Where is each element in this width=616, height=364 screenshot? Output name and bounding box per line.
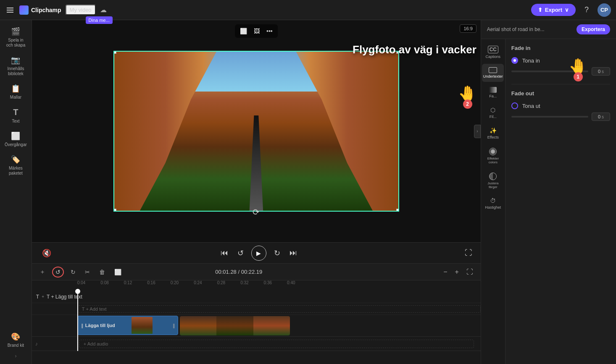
tab-captions[interactable]: CC Captions [482, 42, 504, 62]
fade-in-section: Fade in Tona in 0 s [511, 45, 610, 76]
tab-undertexter-label: Undertexter [483, 74, 503, 79]
tab-speed[interactable]: ⏱ Hastighet [482, 194, 504, 213]
road [245, 115, 268, 211]
more-options-btn[interactable]: ••• [264, 26, 275, 36]
step-forward-btn[interactable]: ↻ [272, 247, 282, 259]
add-text-btn[interactable]: T + Add text [77, 305, 481, 313]
sidebar-item-record[interactable]: 🎬 Spela inoch skapa [0, 24, 31, 51]
sidebar-expand-btn[interactable]: › [0, 351, 31, 361]
add-audio-btn[interactable]: + Add audio [79, 340, 474, 348]
app-logo: Clipchamp [19, 5, 61, 15]
text-track-header: T + T + Lägg till text [32, 291, 481, 303]
sidebar-item-brand[interactable]: 🏷️ Märkespaketet [0, 152, 31, 179]
step-back-btn[interactable]: ↺ [236, 247, 245, 259]
sidebar-item-templates[interactable]: 📋 Mallar [0, 81, 31, 103]
help-button[interactable]: ? [580, 3, 593, 17]
tab-fade[interactable]: Fa... [482, 84, 504, 102]
playback-bar: 🔇 ⏮ ↺ ▶ ↻ ⏭ ⛶ [32, 242, 481, 263]
effects-icon: ✨ [490, 127, 497, 134]
logo-icon [19, 5, 29, 15]
resize-handle-bl[interactable] [113, 209, 116, 212]
mute-btn[interactable]: 🔇 [40, 247, 53, 259]
divider [511, 84, 610, 84]
clip-thumb-strip[interactable] [180, 316, 290, 335]
zoom-out-btn[interactable]: − [441, 267, 450, 278]
resize-handle-tr[interactable] [396, 51, 399, 54]
video-canvas [113, 51, 399, 212]
clip-thumb-frame-3 [253, 316, 290, 335]
timeline-ruler: 0:04 0:08 0:12 0:16 0:20 0:24 0:28 0:32 … [32, 280, 481, 291]
sidebar-item-brand-kit[interactable]: 🎨 Brand kit [0, 329, 31, 351]
playback-right: ⛶ [465, 249, 472, 257]
video-clip[interactable]: ‖ Lägga till ljud ‖ [77, 316, 178, 335]
sidebar-item-content[interactable]: 📷 Innehållsbibliotek [0, 52, 31, 80]
aspect-ratio-badge[interactable]: 16:9 [460, 24, 476, 33]
timeline-tracks: T + T + Lägg till text T + Add text [32, 291, 481, 351]
undo-btn[interactable]: ↺ [52, 267, 64, 278]
text-icon: T [13, 107, 18, 117]
fade-in-sublabel: Tona in [522, 58, 540, 64]
right-tabs: CC Captions Undertexter Fa... ⬡ Fil... ✨ [481, 39, 505, 364]
audio-track-label-col: ♪ [32, 337, 77, 351]
tab-filters[interactable]: ⬡ Fil... [482, 103, 504, 122]
fade-in-slider[interactable] [511, 71, 588, 72]
tab-effects-label: Effects [487, 135, 499, 139]
preview-toolbar: ⬜ 🖼 ••• [235, 24, 278, 38]
clip-title: Aerial shot of road in be... [487, 26, 573, 32]
right-panel-body: CC Captions Undertexter Fa... ⬡ Fil... ✨ [481, 39, 616, 364]
fade-out-label: Fade out [511, 90, 610, 97]
tab-adjust[interactable]: Justerafärger [482, 169, 504, 192]
exportera-button[interactable]: Exportera [577, 24, 610, 34]
pip-btn[interactable]: 🖼 [251, 26, 262, 36]
add-media-btn[interactable]: ＋ [37, 267, 48, 278]
app-name: Clipchamp [31, 7, 61, 13]
fade-out-radio[interactable] [511, 102, 518, 109]
clip-thumb-frame-1 [180, 316, 216, 335]
play-pause-btn[interactable]: ▶ [251, 246, 266, 261]
export-button[interactable]: ⬆ Export ∨ [531, 4, 576, 16]
ruler-mark: 0:28 [217, 280, 240, 285]
fade-in-radio[interactable] [511, 57, 518, 64]
playhead[interactable] [77, 291, 78, 351]
collapse-panel-btn[interactable]: › [474, 125, 481, 138]
right-panel: Aerial shot of road in be... Exportera C… [481, 20, 616, 364]
fade-out-slider[interactable] [511, 116, 588, 118]
redo-btn[interactable]: ↻ [68, 267, 78, 277]
clip-pause-icon: ‖ [81, 323, 84, 328]
text-track-icon: T [82, 306, 86, 312]
fade-in-value: 0 s [592, 67, 610, 76]
clip-thumb-1 [132, 317, 153, 334]
topbar-right: ⬆ Export ∨ ? CP [531, 3, 611, 17]
playback-left: 🔇 [40, 247, 53, 259]
sidebar-item-text[interactable]: T Text [0, 104, 31, 127]
fast-forward-btn[interactable]: ⏭ [288, 247, 299, 259]
scissors-btn[interactable]: ✂ [82, 267, 92, 277]
resize-handle-tl[interactable] [113, 51, 116, 54]
delete-btn[interactable]: 🗑 [97, 267, 108, 277]
sidebar-item-transitions[interactable]: ⬜ Övergångar [0, 128, 31, 151]
video-track-row: ‖ Lägga till ljud ‖ [32, 315, 481, 337]
hamburger-menu[interactable] [5, 6, 15, 14]
resize-handle-br[interactable] [396, 209, 399, 212]
fit-btn[interactable]: ⛶ [464, 267, 476, 278]
content-icon: 📷 [11, 55, 20, 65]
tab-effects[interactable]: ✨ Effects [482, 124, 504, 143]
video-title[interactable]: My video [66, 5, 96, 15]
sidebar-item-label-record: Spela inoch skapa [6, 38, 26, 48]
tab-undertexter[interactable]: Undertexter [482, 64, 504, 82]
right-panel-header: Aerial shot of road in be... Exportera [481, 20, 616, 39]
text-track-title: + [42, 294, 44, 299]
sync-icon: ⟳ [253, 207, 260, 217]
properties-btn[interactable]: ⬜ [112, 267, 124, 277]
fade-icon [489, 87, 497, 93]
zoom-in-btn[interactable]: + [452, 267, 461, 278]
tab-adjust-label: Justerafärger [487, 181, 498, 189]
topbar-left: Clipchamp My video Dina me... ☁ [5, 5, 107, 15]
crop-tool-btn[interactable]: ⬜ [237, 26, 250, 36]
fullscreen-btn[interactable]: ⛶ [465, 249, 472, 257]
rewind-btn[interactable]: ⏮ [219, 247, 230, 259]
export-arrow-icon: ⬆ [538, 7, 542, 13]
tab-colors[interactable]: Effektercolors [482, 144, 504, 168]
tab-speed-label: Hastighet [485, 205, 501, 209]
avatar[interactable]: CP [598, 3, 611, 17]
